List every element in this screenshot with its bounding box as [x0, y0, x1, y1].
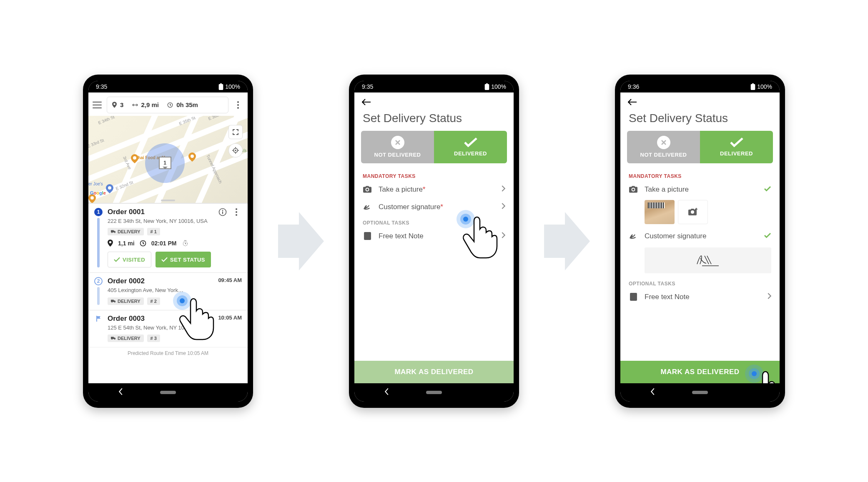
- map[interactable]: E 34th St E 35th St E 36th St E 33rd St …: [88, 116, 248, 203]
- food-marker-icon: [188, 152, 196, 162]
- mark-delivered-button[interactable]: MARK AS DELIVERED: [620, 361, 780, 383]
- page-title: Set Delivery Status: [620, 109, 780, 131]
- status-right: 100%: [218, 83, 240, 90]
- svg-point-4: [90, 196, 94, 200]
- timeline: [94, 315, 103, 342]
- task-free-text-note[interactable]: Free text Note: [620, 288, 780, 306]
- delivered-toggle[interactable]: DELIVERED: [434, 131, 507, 163]
- task-label: Free text Note: [645, 293, 761, 301]
- kebab-icon[interactable]: [233, 101, 243, 109]
- road-e34th: E 34th St: [98, 116, 115, 125]
- chevron-right-icon: [502, 203, 505, 211]
- stop-card[interactable]: 1 Order 0001 222 E 34th St, New York, NY…: [88, 203, 248, 273]
- nav-home-pill[interactable]: [160, 391, 176, 394]
- map-stop-pin[interactable]: 1: [159, 157, 171, 169]
- chevron-right-icon: [502, 232, 505, 240]
- nav-bar: [88, 383, 248, 402]
- delivery-tag: DELIVERY: [108, 297, 144, 305]
- mandatory-tasks-label: MANDATORY TASKS: [354, 169, 514, 181]
- task-label: Take a picture*: [379, 185, 495, 194]
- my-location-icon[interactable]: [228, 143, 243, 157]
- nav-bar: [620, 383, 780, 402]
- photo-thumbnail[interactable]: [645, 200, 675, 224]
- status-toggle: NOT DELIVERED DELIVERED: [627, 131, 773, 163]
- top-bar: 3 2,9 mi 0h 35m: [88, 92, 248, 116]
- step-arrow-icon: [278, 212, 324, 270]
- sequence-tag: # 3: [147, 335, 160, 342]
- fullscreen-icon[interactable]: [228, 125, 243, 139]
- task-take-picture[interactable]: Take a picture*: [354, 181, 514, 198]
- timeline: 2: [94, 277, 103, 305]
- truck-icon: [111, 230, 116, 234]
- page-title: Set Delivery Status: [354, 109, 514, 131]
- location-accuracy-circle: 1: [145, 143, 185, 183]
- delivered-toggle[interactable]: DELIVERED: [700, 131, 773, 163]
- mark-delivered-button[interactable]: MARK AS DELIVERED: [354, 361, 514, 383]
- pin-icon: [108, 240, 113, 247]
- stop-distance: 1,1 mi: [118, 240, 135, 247]
- clock-icon: [140, 240, 146, 247]
- map-attribution: Google: [90, 190, 106, 195]
- delivery-tag: DELIVERY: [108, 228, 144, 235]
- mandatory-tasks-label: MANDATORY TASKS: [620, 169, 780, 181]
- task-customer-signature[interactable]: Customer signature*: [354, 198, 514, 216]
- pin-label: 1: [160, 157, 171, 168]
- not-delivered-toggle[interactable]: NOT DELIVERED: [627, 131, 700, 163]
- stop-address: 222 E 34th St, New York, NY 10016, USA: [108, 217, 208, 225]
- back-button[interactable]: [354, 92, 514, 109]
- status-bar: 9:36 100%: [620, 81, 780, 92]
- pin-icon: [112, 102, 117, 108]
- task-take-picture[interactable]: Take a picture: [620, 181, 780, 198]
- task-label: Customer signature*: [379, 203, 495, 211]
- task-label: Take a picture: [645, 185, 757, 194]
- close-circle-icon: [657, 136, 670, 149]
- visited-button[interactable]: VISITED: [108, 252, 151, 267]
- nav-home-pill[interactable]: [692, 391, 708, 394]
- sequence-tag: # 2: [147, 297, 160, 305]
- nav-back-icon[interactable]: [384, 388, 389, 397]
- svg-point-3: [108, 186, 111, 190]
- nav-back-icon[interactable]: [118, 388, 123, 397]
- close-circle-icon: [391, 136, 404, 149]
- hamburger-icon[interactable]: [93, 102, 103, 108]
- battery-pct: 100%: [491, 83, 506, 90]
- sheet-grab-handle[interactable]: [161, 200, 175, 201]
- status-bar: 9:35 100%: [354, 81, 514, 92]
- signature-preview[interactable]: [645, 247, 771, 273]
- status-time: 9:35: [96, 83, 107, 90]
- stop-eta: 02:01 PM: [151, 240, 177, 247]
- nav-home-pill[interactable]: [426, 391, 442, 394]
- set-status-button[interactable]: SET STATUS: [156, 252, 211, 267]
- stop-index-badge: 2: [94, 277, 103, 285]
- status-time: 9:36: [628, 83, 639, 90]
- predicted-end-time: Predicted Route End Time 10:05 AM: [88, 347, 248, 359]
- battery-pct: 100%: [225, 83, 240, 90]
- battery-pct: 100%: [757, 83, 772, 90]
- task-label: Free text Note: [379, 232, 495, 240]
- screen: 9:36 100% Set Delivery Status NOT DELIVE…: [620, 81, 780, 402]
- not-delivered-toggle[interactable]: NOT DELIVERED: [361, 131, 434, 163]
- info-icon[interactable]: [218, 208, 227, 216]
- task-customer-signature[interactable]: Customer signature: [620, 227, 780, 245]
- timeline: 1: [94, 208, 103, 268]
- signature-scribble-icon: [695, 253, 720, 267]
- check-icon: [764, 186, 771, 193]
- food-marker-icon: [131, 154, 138, 163]
- sequence-tag: # 1: [147, 228, 160, 235]
- kebab-icon[interactable]: [231, 208, 242, 216]
- stop-meta: 1,1 mi 02:01 PM: [108, 240, 242, 247]
- svg-point-1: [133, 156, 136, 160]
- nav-back-icon[interactable]: [650, 388, 655, 397]
- stop-card[interactable]: 2 Order 0002 405 Lexington Ave, New York…: [88, 272, 248, 310]
- stop-title: Order 0002: [108, 277, 183, 285]
- shop-marker-icon: [106, 184, 113, 193]
- add-photo-button[interactable]: [678, 200, 708, 224]
- stop-card[interactable]: Order 0003 125 E 54th St, New York, NY 1…: [88, 310, 248, 347]
- delivery-tag: DELIVERY: [108, 335, 144, 342]
- truck-icon: [111, 336, 116, 340]
- task-free-text-note[interactable]: Free text Note: [354, 227, 514, 245]
- phone-3: 9:36 100% Set Delivery Status NOT DELIVE…: [615, 75, 785, 408]
- route-summary-chip[interactable]: 3 2,9 mi 0h 35m: [107, 97, 228, 113]
- battery-icon: [750, 83, 755, 90]
- back-button[interactable]: [620, 92, 780, 109]
